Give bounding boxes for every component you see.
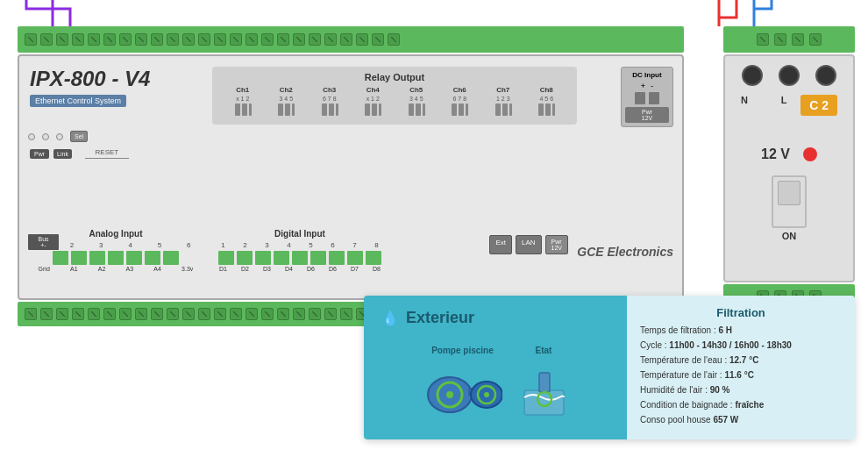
terminal-screw (151, 33, 163, 46)
terminal-screw (135, 33, 147, 46)
relay-ch2: Ch2 3 4 5 (276, 86, 295, 119)
relay-ch4: Ch4 x 1 2 (363, 86, 382, 119)
panel-devices: Pompe piscine Etat (381, 340, 609, 426)
svg-rect-17 (466, 104, 468, 116)
terminal-screw (119, 33, 132, 46)
breaker-n-label: N (741, 95, 748, 116)
terminal-screw (309, 33, 321, 46)
relay-ch6: Ch6 6 7 8 (450, 86, 469, 119)
terminal-screw (388, 33, 400, 46)
stat-air-temp: Température de l'air : 11.6 °C (640, 369, 842, 382)
digital-connector (212, 251, 388, 265)
indicator-dot-3 (56, 133, 63, 140)
terminal-screw (324, 33, 337, 46)
terminal-screw (230, 33, 242, 46)
pwr-button[interactable]: Pwr (30, 149, 49, 159)
indicator-dot-2 (42, 133, 49, 140)
ext-button[interactable]: Ext (489, 235, 512, 254)
svg-rect-20 (509, 104, 512, 116)
terminal-screw (56, 308, 68, 320)
voltage-row: 12 V (761, 146, 817, 162)
info-panel: 💧 Exterieur Pompe piscine (364, 296, 855, 439)
terminal-screw (167, 33, 179, 46)
pompe-label: Pompe piscine (431, 346, 494, 355)
switch-body[interactable] (772, 175, 807, 228)
svg-rect-31 (524, 390, 564, 415)
ipx-main-box: IPX-800 - V4 Ethernet Control System Sel… (18, 54, 684, 300)
terminal-screw (372, 33, 384, 46)
right-panel: N x L C 2 12 V ON (723, 26, 855, 289)
sel-button[interactable]: Sel (70, 131, 88, 142)
terminal-screw (135, 308, 147, 320)
exterieur-icon: 💧 (381, 310, 399, 326)
pwr-12v-button[interactable]: Pwr12V (625, 107, 669, 123)
terminal-screw (245, 308, 258, 320)
svg-rect-18 (495, 104, 501, 116)
breaker-circle-1 (742, 65, 763, 86)
dc-terminals (625, 92, 669, 104)
c2-badge: C 2 (800, 95, 837, 116)
terminal-screw (119, 308, 132, 320)
pompe-piscine-icon (423, 364, 502, 421)
reset-label: RESET (96, 148, 119, 156)
terminal-screw (40, 33, 53, 46)
svg-rect-14 (423, 104, 425, 116)
breaker-area: N x L C 2 12 V ON (723, 54, 855, 282)
terminal-screw (340, 33, 352, 46)
terminal-screw (25, 308, 37, 320)
svg-rect-32 (539, 373, 550, 392)
terminal-screw (309, 308, 321, 320)
stat-conso: Conso pool house 657 W (640, 414, 842, 426)
breaker-nl-labels: N x L C 2 (734, 95, 844, 116)
on-switch-area: ON (772, 175, 807, 241)
relay-ch3: Ch3 6 7 8 (320, 86, 339, 119)
digital-input-section: Digital Input 1 2 3 4 5 6 7 8 (212, 229, 388, 272)
svg-rect-6 (322, 104, 327, 116)
digital-numbers: 1 2 3 4 5 6 7 8 (212, 241, 388, 249)
terminal-screw (40, 308, 53, 320)
terminal-screw (324, 308, 337, 320)
terminal-screw (293, 33, 305, 46)
ipx-device: IPX-800 - V4 Ethernet Control System Sel… (18, 26, 684, 333)
svg-rect-21 (538, 104, 544, 116)
terminal-screw (277, 308, 289, 320)
pwr12-button[interactable]: Pwr12V (545, 235, 568, 254)
svg-rect-2 (249, 104, 252, 116)
etat-label: Etat (536, 346, 552, 355)
terminal-screw (293, 308, 305, 320)
svg-rect-15 (452, 104, 457, 116)
terminal-screw (214, 308, 226, 320)
lan-button[interactable]: LAN (516, 235, 542, 254)
svg-rect-9 (365, 104, 370, 116)
terminal-screw (103, 308, 116, 320)
indicator-dot-1 (28, 133, 35, 140)
terminal-screw (340, 308, 352, 320)
dc-input-label: DC Input (625, 71, 669, 79)
svg-rect-0 (235, 104, 240, 116)
manufacturer-label: GCE Electronics (577, 245, 673, 259)
exterieur-panel: 💧 Exterieur Pompe piscine (364, 296, 627, 439)
relay-ch1: Ch1 x 1 2 (233, 86, 253, 119)
digital-input-title: Digital Input (212, 229, 388, 239)
on-label: ON (772, 231, 807, 241)
relay-output-section: Relay Output Ch1 x 1 2 Ch2 3 4 5 Ch3 6 7… (212, 67, 577, 125)
etat-item: Etat (520, 346, 568, 421)
terminal-screw (151, 308, 163, 320)
panel-header: 💧 Exterieur (381, 309, 609, 327)
link-button[interactable]: Link (53, 149, 72, 159)
voltage-indicator (803, 147, 817, 161)
exterieur-title: Exterieur (406, 309, 474, 327)
terminal-screw (25, 33, 37, 46)
stat-humidity: Humidité de l'air : 90 % (640, 384, 842, 396)
voltage-label: 12 V (761, 146, 790, 162)
terminal-screw (72, 308, 84, 320)
svg-rect-12 (409, 104, 414, 116)
terminal-screw (167, 308, 179, 320)
breaker-l-label: L (781, 95, 787, 116)
svg-rect-3 (278, 104, 283, 116)
svg-rect-8 (336, 104, 338, 116)
dc-input-box: DC Input +- Pwr12V (621, 67, 673, 127)
breaker-circle-2 (779, 65, 800, 86)
relay-output-title: Relay Output (221, 72, 568, 82)
stat-water-temp: Température de l'eau : 12.7 °C (640, 354, 842, 367)
